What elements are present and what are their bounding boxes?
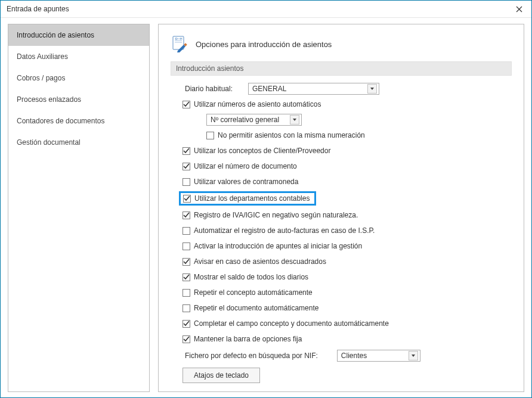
correlativo-value: Nº correlativo general [211,116,279,124]
no-permitir-label: No permitir asientos con la misma numera… [218,131,365,139]
num-doc-label: Utilizar el número de documento [194,162,297,170]
mantener-barra-checkbox[interactable] [183,335,190,343]
auto-numeros-checkbox[interactable] [183,101,190,108]
departamentos-label: Utilizar los departamentos contables [194,194,310,203]
conceptos-cp-row: Utilizar los conceptos de Cliente/Provee… [183,145,512,157]
iva-igic-checkbox[interactable] [183,212,190,219]
svg-text:D: D [175,37,178,41]
mostrar-saldo-label: Mostrar el saldo de todos los diarios [194,273,308,281]
correlativo-row: Nº correlativo general [183,114,512,126]
auto-numeros-label: Utilizar números de asiento automáticos [194,100,321,108]
conceptos-cp-checkbox[interactable] [183,147,190,155]
window-title: Entrada de apuntes [7,5,69,13]
contramoneda-label: Utilizar valores de contramoneda [194,178,298,186]
avisar-desc-checkbox[interactable] [183,258,190,266]
entries-icon: D H [171,35,188,53]
nif-value: Clientes [341,352,367,360]
nif-label: Fichero por defecto en búsqueda por NIF: [183,352,337,360]
mantener-barra-row: Mantener la barra de opciones fija [183,333,512,345]
autofacturas-label: Automatizar el registro de auto-facturas… [194,226,375,235]
completar-campo-checkbox[interactable] [183,320,190,328]
close-button[interactable] [506,1,531,17]
chevron-down-icon [367,84,377,94]
chevron-down-icon [409,351,418,360]
mostrar-saldo-checkbox[interactable] [183,273,190,281]
sidebar-item-3[interactable]: Procesos enlazados [8,89,149,110]
sidebar-item-0[interactable]: Introducción de asientos [8,24,149,46]
avisar-desc-row: Avisar en caso de asientos descuadrados [183,256,512,268]
autofacturas-checkbox[interactable] [183,227,190,235]
diario-row: Diario habitual: GENERAL [183,83,512,95]
contramoneda-checkbox[interactable] [183,178,190,186]
iva-igic-label: Registro de IVA/IGIC en negativo según n… [194,211,358,219]
no-permitir-checkbox[interactable] [206,132,214,139]
completar-campo-label: Completar el campo concepto y documento … [194,319,389,328]
form-rows: Diario habitual: GENERAL Utilizar número… [171,83,512,362]
num-doc-row: Utilizar el número de documento [183,160,512,172]
diario-dropdown[interactable]: GENERAL [248,83,379,95]
diario-value: GENERAL [252,85,286,93]
chevron-down-icon [290,115,299,125]
nif-row: Fichero por defecto en búsqueda por NIF:… [183,350,512,362]
atajos-button[interactable]: Atajos de teclado [183,368,260,383]
departamentos-row: Utilizar los departamentos contables [183,191,512,206]
activar-intro-label: Activar la introducción de apuntes al in… [194,242,362,250]
sidebar: Introducción de asientosDatos Auxiliares… [8,24,150,392]
num-doc-checkbox[interactable] [183,163,190,170]
mostrar-saldo-row: Mostrar el saldo de todos los diarios [183,271,512,283]
repetir-doc-row: Repetir el documento automáticamente [183,302,512,314]
repetir-concepto-row: Repetir el concepto automáticamente [183,287,512,298]
departamentos-checkbox[interactable] [183,195,191,203]
nif-dropdown[interactable]: Clientes [337,350,420,362]
no-permitir-row: No permitir asientos con la misma numera… [183,129,512,141]
repetir-concepto-label: Repetir el concepto automáticamente [194,288,313,297]
diario-label: Diario habitual: [183,85,248,93]
svg-text:H: H [180,37,183,41]
repetir-doc-label: Repetir el documento automáticamente [194,304,318,312]
repetir-doc-checkbox[interactable] [183,304,190,312]
panel-title: Opciones para introducción de asientos [196,40,332,49]
activar-intro-checkbox[interactable] [183,242,190,250]
avisar-desc-label: Avisar en caso de asientos descuadrados [194,257,326,266]
conceptos-cp-label: Utilizar los conceptos de Cliente/Provee… [194,147,330,155]
sidebar-item-4[interactable]: Contadores de documentos [8,110,149,132]
mantener-barra-label: Mantener la barra de opciones fija [194,335,302,343]
autofacturas-row: Automatizar el registro de auto-facturas… [183,225,512,237]
section-label: Introducción asientos [171,61,512,76]
content-panel: D H Opciones para introducción de asient… [158,24,524,392]
iva-igic-row: Registro de IVA/IGIC en negativo según n… [183,209,512,221]
sidebar-item-2[interactable]: Cobros / pagos [8,67,149,89]
sidebar-item-5[interactable]: Gestión documental [8,132,149,153]
title-bar: Entrada de apuntes [1,1,531,18]
completar-campo-row: Completar el campo concepto y documento … [183,318,512,329]
repetir-concepto-checkbox[interactable] [183,289,190,297]
auto-numeros-row: Utilizar números de asiento automáticos [183,98,512,110]
contramoneda-row: Utilizar valores de contramoneda [183,176,512,188]
sidebar-item-1[interactable]: Datos Auxiliares [8,46,149,67]
panel-header: D H Opciones para introducción de asient… [171,35,512,53]
atajos-label: Atajos de teclado [194,371,249,380]
activar-intro-row: Activar la introducción de apuntes al in… [183,240,512,252]
correlativo-dropdown[interactable]: Nº correlativo general [206,114,302,126]
